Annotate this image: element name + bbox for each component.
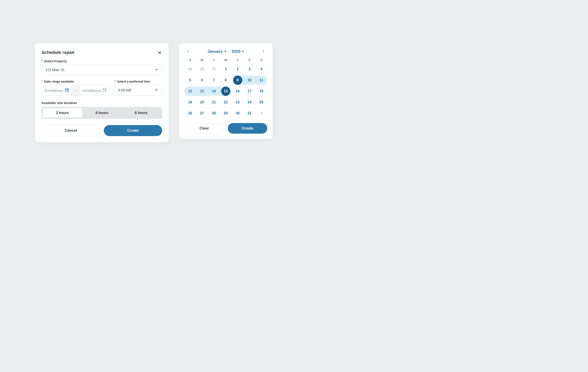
calendar-day[interactable]: 8 (220, 75, 232, 85)
calendar-day[interactable]: 17 (244, 86, 256, 96)
duration-option-4h[interactable]: 4 hours (82, 108, 122, 117)
start-date-placeholder: mm/dd/yyyy (45, 89, 63, 92)
calendar-card: January 2020 S M T W T F S 2829311234567… (179, 43, 273, 139)
dow-cell: M (196, 58, 208, 62)
calendar-dow-row: S M T W T F S (184, 57, 267, 64)
next-month-button[interactable] (261, 49, 266, 54)
year-label: 2020 (232, 49, 241, 54)
calendar-day[interactable]: 5 (184, 75, 196, 85)
property-value: 123 Main St. (45, 68, 65, 72)
calendar-day[interactable]: 20 (196, 97, 208, 107)
calendar-day[interactable]: 9 (232, 75, 244, 85)
calendar-day[interactable]: 10 (244, 75, 256, 85)
dow-cell: S (184, 58, 196, 62)
caret-down-icon (224, 51, 226, 52)
calendar-day[interactable]: 13 (196, 86, 208, 96)
required-asterisk: * (115, 80, 116, 83)
calendar-day[interactable]: 4 (255, 64, 267, 74)
calendar-week: 567891011 (184, 75, 267, 85)
calendar-week: 2829311234 (184, 64, 267, 74)
duration-label: Available slot duration (42, 101, 162, 105)
calendar-day[interactable]: 3 (244, 64, 256, 74)
calendar-day[interactable]: 16 (232, 86, 244, 96)
calendar-day[interactable]: 1 (220, 64, 232, 74)
month-select[interactable]: January (207, 49, 226, 54)
schedule-repair-card: Schedule repair *Select Property 123 Mai… (35, 43, 169, 142)
calendar-day[interactable]: 24 (244, 97, 256, 107)
dow-cell: W (220, 58, 232, 62)
calendar-day[interactable]: 28 (208, 108, 220, 118)
date-range-separator: - (72, 85, 80, 96)
calendar-day[interactable]: 6 (196, 75, 208, 85)
calendar-week: 19202122232425 (184, 97, 267, 107)
calendar-icon (65, 88, 69, 93)
calendar-day[interactable]: 25 (255, 97, 267, 107)
calendar-day[interactable]: 18 (255, 86, 267, 96)
clear-button[interactable]: Clear (184, 123, 224, 134)
schedule-title: Schedule repair (42, 50, 75, 55)
svg-rect-2 (103, 89, 106, 92)
calendar-week: 12131415161718 (184, 86, 267, 96)
calendar-day[interactable]: 22 (220, 97, 232, 107)
svg-rect-3 (105, 90, 105, 91)
svg-rect-0 (65, 89, 69, 92)
calendar-day[interactable]: 31 (244, 108, 256, 118)
cancel-button[interactable]: Cancel (42, 125, 100, 136)
create-button[interactable]: Create (104, 125, 162, 136)
property-label: *Select Property (42, 59, 162, 63)
calendar-day[interactable]: 21 (208, 97, 220, 107)
calendar-day: 1 (255, 108, 267, 118)
calendar-day: 31 (208, 64, 220, 74)
calendar-day[interactable]: 26 (184, 108, 196, 118)
required-asterisk: * (42, 59, 43, 63)
calendar-day[interactable]: 7 (208, 75, 220, 85)
calendar-create-button[interactable]: Create (228, 123, 267, 134)
time-field: *Select a preferred time 9:00 AM (115, 80, 162, 96)
prev-month-button[interactable] (186, 49, 190, 54)
calendar-day[interactable]: 2 (232, 64, 244, 74)
duration-segmented: 2 hours 4 hours 6 hours (42, 107, 162, 119)
duration-option-2h[interactable]: 2 hours (43, 108, 82, 117)
start-date-input[interactable]: mm/dd/yyyy (42, 85, 72, 96)
calendar-header: January 2020 (184, 49, 267, 57)
caret-down-icon (242, 51, 244, 52)
dow-cell: T (208, 58, 220, 62)
year-select[interactable]: 2020 (232, 49, 244, 54)
date-range-field: *Date range available mm/dd/yyyy - (42, 80, 109, 96)
calendar-day[interactable]: 11 (255, 75, 267, 85)
end-date-placeholder: mm/dd/yyyy (83, 89, 101, 92)
calendar-day[interactable]: 14 (208, 86, 220, 96)
calendar-week: 2627282930311 (184, 108, 267, 118)
calendar-day[interactable]: 27 (196, 108, 208, 118)
month-label: January (207, 49, 223, 54)
calendar-separator (184, 64, 268, 64)
chevron-down-icon (154, 68, 158, 73)
dow-cell: T (232, 58, 244, 62)
date-range-label: *Date range available (42, 80, 109, 83)
calendar-day: 28 (184, 64, 196, 74)
calendar-icon (102, 88, 107, 93)
calendar-grid: 2829311234567891011121314151617181920212… (184, 64, 267, 118)
calendar-day[interactable]: 12 (184, 86, 196, 96)
time-select[interactable]: 9:00 AM (115, 85, 162, 96)
schedule-header: Schedule repair (42, 50, 162, 55)
dow-cell: F (244, 58, 256, 62)
time-value: 9:00 AM (118, 88, 131, 92)
calendar-day: 29 (196, 64, 208, 74)
duration-option-6h[interactable]: 6 hours (122, 108, 161, 117)
time-label: *Select a preferred time (115, 80, 162, 83)
calendar-day[interactable]: 15 (220, 86, 232, 96)
dow-cell: S (255, 58, 267, 62)
calendar-day[interactable]: 29 (220, 108, 232, 118)
close-icon[interactable] (157, 50, 162, 55)
calendar-day[interactable]: 19 (184, 97, 196, 107)
calendar-day[interactable]: 30 (232, 108, 244, 118)
svg-rect-1 (67, 90, 68, 91)
calendar-day[interactable]: 23 (232, 97, 244, 107)
chevron-down-icon (154, 88, 158, 93)
end-date-input[interactable]: mm/dd/yyyy (80, 85, 109, 96)
property-select[interactable]: 123 Main St. (42, 65, 162, 75)
required-asterisk: * (42, 80, 43, 83)
